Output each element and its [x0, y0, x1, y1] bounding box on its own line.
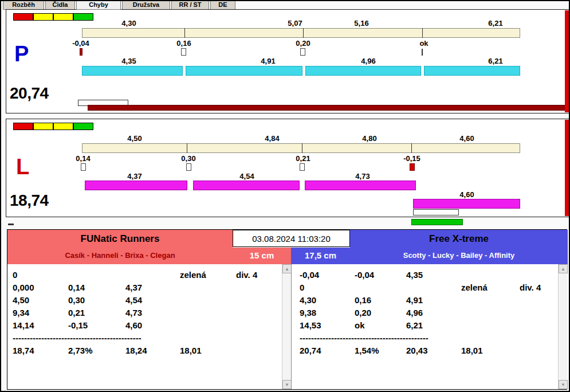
segment-bar	[305, 181, 416, 190]
tab-label: Rozběh	[12, 1, 35, 8]
tab-rr-st[interactable]: RR / ST	[171, 1, 209, 10]
scroll-down-icon[interactable]: ▼	[282, 380, 292, 389]
scroll-up-icon[interactable]: ▲	[282, 264, 292, 273]
result-cell: 0,30	[68, 295, 85, 305]
result-cell: 18,01	[461, 346, 483, 355]
team-header-left: FUNatic Runners	[7, 230, 233, 248]
tab-cidla[interactable]: Čidla	[45, 1, 75, 10]
results-pane-left: 0 zelená div. 4 0,000 0,14 4,37 4,50 0,3…	[8, 264, 291, 389]
lane-total-time: 18,74	[10, 193, 49, 209]
tab-rozbeh[interactable]: Rozběh	[3, 1, 44, 10]
result-cell: 18,01	[180, 346, 202, 355]
result-cell: 0,20	[355, 308, 371, 317]
segment-bar	[424, 66, 520, 76]
segment-time-label: 4,35	[121, 57, 136, 65]
table-row: 0,000 0,14 4,37	[8, 283, 291, 295]
split-time-label: 4,84	[265, 134, 279, 143]
traffic-light-yellow2	[53, 123, 73, 130]
result-cell: ok	[355, 320, 365, 330]
scale-tick	[187, 143, 187, 153]
lane-status-edge-bar	[565, 10, 569, 112]
lane-status-edge-bar	[565, 120, 569, 216]
diff-label: -0,15	[403, 154, 420, 163]
split-time-label: 6,21	[488, 19, 502, 28]
tab-label: RR / ST	[179, 1, 201, 8]
traffic-light-red	[13, 123, 33, 130]
split-time-label: 5,07	[288, 19, 302, 28]
split-time-label: 4,60	[459, 134, 474, 143]
diff-marker	[186, 163, 191, 171]
traffic-light-yellow1	[33, 13, 53, 21]
diff-marker	[300, 48, 305, 56]
split-time-label: 4,30	[121, 19, 136, 28]
progress-thumb[interactable]	[413, 209, 459, 215]
segment-bar	[82, 66, 183, 76]
team-name-left: FUNatic Runners	[81, 233, 160, 245]
diff-label: 0,21	[296, 154, 310, 163]
diff-label: 0,16	[176, 39, 191, 48]
segment-time-label: 4,60	[459, 190, 474, 199]
tab-chyby[interactable]: Chyby	[76, 1, 121, 10]
traffic-light-green	[73, 13, 93, 21]
tab-label: Čidla	[53, 1, 68, 8]
diff-label: -0,04	[72, 39, 89, 48]
result-cell: 9,38	[300, 308, 316, 317]
team-subheader-right: 17,5 cm Scotty - Lucky - Bailey - Affini…	[291, 248, 568, 264]
scrollbar-right-pane[interactable]: ▲ ▼	[558, 264, 567, 389]
segment-time-label: 4,37	[127, 172, 141, 181]
progress-bar-red	[88, 105, 569, 111]
app-window: Rozběh Čidla Chyby Družstva RR / ST DE 4…	[0, 0, 570, 392]
table-row: 0 zelená div. 4	[292, 283, 567, 295]
result-cell: 4,60	[125, 320, 142, 330]
result-cell: -0,15	[68, 320, 88, 330]
team-members-right: Scotty - Lucky - Bailey - Affinity	[350, 251, 568, 260]
split-time-label: 4,50	[127, 134, 141, 143]
segment-time-label: 6,21	[488, 57, 502, 65]
jump-height-left: 15 cm	[233, 250, 291, 260]
timestamp: 03.08.2024 11:03:20	[252, 234, 331, 244]
diff-marker	[300, 163, 305, 171]
result-cell: div. 4	[520, 283, 541, 292]
table-row: 4,30 0,16 4,91	[292, 295, 567, 308]
diff-marker	[81, 163, 86, 171]
segment-bar	[85, 181, 187, 190]
scale-tick	[303, 28, 304, 38]
separator-dashes: ----------------------------------------…	[300, 333, 429, 343]
tab-label: Družstva	[133, 1, 159, 8]
team-name-right: Free X-treme	[429, 233, 489, 245]
table-separator-row: ----------------------------------------…	[292, 333, 567, 346]
traffic-light-red	[13, 13, 33, 21]
result-cell: 20,43	[406, 346, 428, 355]
result-cell: 0,16	[355, 295, 371, 305]
scroll-down-icon[interactable]: ▼	[559, 380, 568, 389]
separator-dashes: ----------------------------------------…	[13, 333, 141, 343]
diff-label: 0,20	[296, 39, 310, 48]
table-separator-row: ----------------------------------------…	[8, 333, 291, 346]
result-cell: zelená	[180, 270, 206, 280]
result-cell: 4,30	[300, 295, 316, 305]
table-row: -0,04 -0,04 4,35	[292, 270, 567, 283]
scale-tick	[411, 143, 412, 153]
scroll-up-icon[interactable]: ▲	[559, 264, 568, 273]
result-cell: 4,91	[406, 295, 423, 305]
result-cell: 4,73	[125, 308, 142, 317]
result-cell: 0	[300, 283, 304, 292]
result-cell: 4,35	[406, 270, 423, 280]
result-cell: -0,04	[355, 270, 374, 280]
result-cell: 4,96	[406, 308, 423, 317]
team-members-left: Casík - Hanneli - Brixa - Clegan	[7, 251, 233, 260]
result-cell: 0,000	[13, 283, 34, 292]
result-cell: 0	[13, 270, 17, 280]
segment-bar	[193, 181, 300, 190]
result-cell: 18,24	[125, 346, 147, 355]
tab-druzstva[interactable]: Družstva	[122, 1, 170, 10]
diff-label: ok	[419, 39, 428, 48]
lane-letter: L	[16, 156, 29, 178]
split-time-label: 5,16	[354, 19, 368, 28]
tab-de[interactable]: DE	[210, 1, 235, 10]
diff-marker-fault	[80, 48, 82, 56]
segment-bar	[305, 66, 421, 76]
split-scale-bar	[82, 143, 520, 153]
lane-panel-l: 4,50 4,84 4,80 4,60 0,14 0,30 0,21 -0,15…	[6, 119, 570, 217]
scrollbar-left-pane[interactable]: ▲ ▼	[282, 264, 291, 389]
